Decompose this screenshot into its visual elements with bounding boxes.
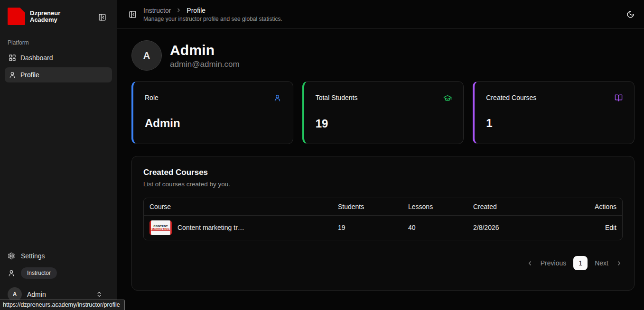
stat-value: Admin	[145, 117, 281, 130]
chevron-right-icon[interactable]	[616, 260, 623, 267]
sidebar: Dzpreneur Academy Platform Dashboard Pro…	[0, 0, 117, 310]
column-header-created: Created	[467, 198, 576, 215]
column-header-students: Students	[332, 198, 402, 215]
courses-table: Course Students Lessons Created Actions	[143, 198, 623, 240]
avatar: A	[131, 40, 162, 71]
cell-created: 2/8/2026	[467, 215, 576, 240]
course-title: Content marketing tr…	[177, 224, 244, 231]
status-bar-url: https://dzpreneurs.academy/instructor/pr…	[0, 300, 125, 310]
role-badge: Instructor	[21, 267, 57, 279]
topbar: Instructor Profile Manage your instructo…	[117, 0, 644, 29]
edit-button[interactable]: Edit	[605, 224, 616, 231]
column-header-actions: Actions	[576, 198, 622, 215]
cell-students: 19	[332, 215, 402, 240]
brand-name: Dzpreneur Academy	[30, 10, 60, 23]
sidebar-item-profile[interactable]: Profile	[5, 67, 112, 82]
main-area: Instructor Profile Manage your instructo…	[117, 0, 644, 310]
breadcrumb-current: Profile	[187, 7, 205, 14]
next-button[interactable]: Next	[595, 259, 608, 267]
brand-line1: Dzpreneur	[30, 10, 60, 17]
sidebar-item-dashboard[interactable]: Dashboard	[5, 50, 112, 65]
user-name: Admin	[27, 291, 91, 298]
sidebar-item-label: Dashboard	[20, 54, 53, 62]
stat-card-created-courses: Created Courses 1	[473, 81, 635, 144]
pagination: Previous 1 Next	[143, 256, 623, 270]
graduation-cap-icon	[443, 94, 452, 102]
book-open-icon	[615, 94, 623, 102]
sidebar-toggle-icon[interactable]	[129, 10, 137, 18]
thumb-text: MARKETING	[151, 228, 169, 231]
sidebar-section-label: Platform	[8, 39, 109, 46]
page-number-button[interactable]: 1	[573, 256, 588, 270]
stat-value: 1	[486, 117, 623, 130]
brand-logo	[8, 8, 25, 25]
sidebar-collapse-icon[interactable]	[98, 13, 106, 21]
stat-label: Created Courses	[486, 94, 536, 101]
gear-icon	[8, 252, 15, 260]
table-row: CONTENT MARKETING Content marketing tr… …	[144, 215, 622, 240]
page-content: A Admin admin@admin.com Role Admin Total…	[117, 29, 644, 291]
sidebar-item-settings[interactable]: Settings	[0, 248, 117, 264]
column-header-lessons: Lessons	[402, 198, 467, 215]
settings-label: Settings	[21, 252, 45, 260]
chevrons-up-down-icon	[96, 291, 103, 298]
table-header-row: Course Students Lessons Created Actions	[144, 198, 622, 215]
moon-icon[interactable]	[626, 10, 635, 18]
previous-button[interactable]: Previous	[541, 259, 566, 267]
page-subtitle: Manage your instructor profile and see g…	[143, 16, 282, 22]
course-cell: CONTENT MARKETING Content marketing tr…	[149, 220, 327, 235]
stat-card-role: Role Admin	[131, 81, 293, 144]
user-icon	[9, 71, 16, 79]
stat-label: Role	[145, 94, 159, 101]
sidebar-role-row[interactable]: Instructor	[0, 264, 117, 283]
breadcrumb-parent[interactable]: Instructor	[143, 7, 171, 14]
profile-email: admin@admin.com	[170, 60, 240, 69]
user-icon	[8, 269, 15, 277]
profile-identity: Admin admin@admin.com	[170, 42, 240, 69]
stat-value: 19	[316, 117, 452, 130]
brand[interactable]: Dzpreneur Academy	[0, 0, 117, 25]
profile-name: Admin	[170, 42, 240, 58]
sidebar-nav: Dashboard Profile	[0, 50, 117, 82]
stat-card-total-students: Total Students 19	[302, 81, 464, 144]
sidebar-item-label: Profile	[20, 71, 39, 79]
chevron-left-icon[interactable]	[526, 260, 533, 267]
column-header-course: Course	[144, 198, 332, 215]
created-courses-card: Created Courses List of courses created …	[131, 156, 635, 291]
stats-row: Role Admin Total Students 19	[131, 81, 635, 144]
breadcrumb-block: Instructor Profile Manage your instructo…	[143, 7, 282, 22]
profile-header: A Admin admin@admin.com	[131, 40, 635, 71]
brand-line2: Academy	[30, 17, 60, 23]
breadcrumb: Instructor Profile	[143, 7, 282, 14]
stat-label: Total Students	[316, 94, 358, 101]
user-icon	[273, 94, 281, 102]
card-subtitle: List of courses created by you.	[143, 181, 623, 188]
course-thumbnail: CONTENT MARKETING	[149, 220, 172, 235]
layout-grid-icon	[9, 54, 16, 62]
sidebar-footer: Settings Instructor A Admin	[0, 248, 117, 305]
card-title: Created Courses	[143, 168, 623, 177]
chevron-right-icon	[176, 7, 182, 13]
cell-lessons: 40	[402, 215, 467, 240]
